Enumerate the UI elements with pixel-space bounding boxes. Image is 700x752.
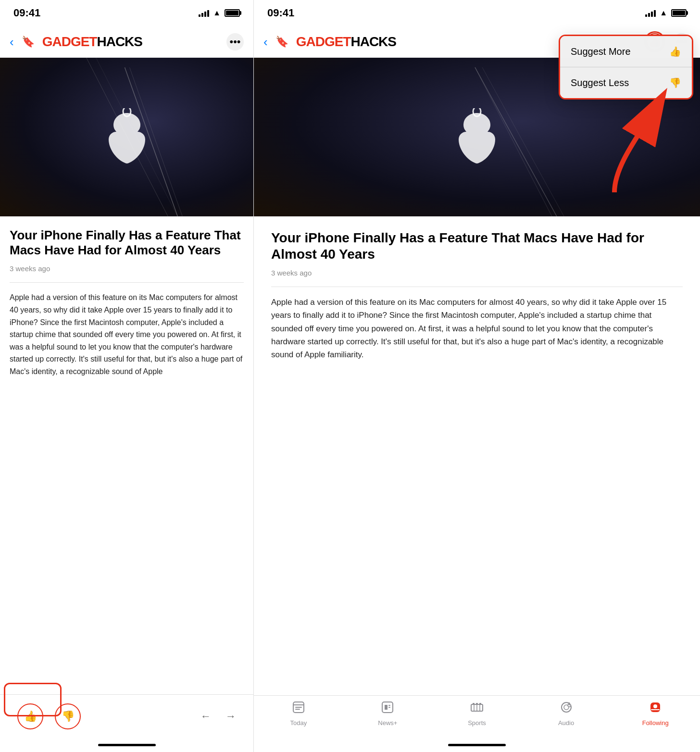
tab-audio[interactable]: Audio (522, 701, 611, 727)
back-button-left[interactable]: ‹ (10, 35, 14, 50)
apple-logo-left (103, 108, 151, 166)
bookmark-button-right[interactable]: 🔖 (275, 36, 288, 48)
article-date-left: 3 weeks ago (10, 264, 244, 273)
tab-today[interactable]: Today (254, 701, 343, 727)
svg-rect-23 (479, 703, 481, 705)
svg-rect-21 (473, 703, 475, 705)
suggest-more-label: Suggest More (571, 46, 631, 57)
svg-rect-11 (293, 704, 304, 705)
signal-icon (199, 9, 209, 17)
svg-point-28 (653, 704, 657, 708)
logo-hacks-right: HACKS (350, 34, 396, 50)
logo-left: GADGETHACKS (42, 34, 226, 50)
tab-sports-icon (470, 701, 484, 717)
thumbdown-button[interactable]: 👎 (55, 703, 81, 729)
thumb-buttons: 👍 👎 (17, 703, 81, 729)
thumbup-icon: 👍 (24, 710, 37, 723)
svg-rect-13 (295, 709, 300, 710)
thumbup-button[interactable]: 👍 (17, 703, 43, 729)
signal-icon-right (645, 9, 656, 17)
tab-newsplus-label: News+ (378, 719, 397, 727)
home-indicator-left (0, 738, 253, 752)
status-icons-left: ▲ (199, 9, 240, 17)
time-left: 09:41 (13, 7, 40, 19)
forward-arrow-button[interactable]: → (225, 710, 236, 723)
tab-newsplus[interactable]: News+ (343, 701, 433, 727)
tab-following-label: Following (642, 719, 669, 727)
tab-following-icon (649, 701, 662, 717)
article-content-right: Your iPhone Finally Has a Feature That M… (254, 216, 700, 695)
article-body-right: Apple had a version of this feature on i… (271, 296, 683, 361)
status-icons-right: ▲ (645, 9, 687, 17)
apple-svg-left (103, 108, 151, 166)
tab-audio-label: Audio (558, 719, 574, 727)
suggest-less-label: Suggest Less (571, 77, 629, 88)
tab-bar-right: Today News+ (254, 695, 700, 738)
tab-audio-icon (560, 701, 573, 717)
svg-rect-29 (651, 709, 660, 710)
svg-rect-22 (476, 703, 478, 705)
nav-arrows: ← → (200, 710, 236, 723)
suggest-more-icon: 👍 (669, 46, 681, 57)
article-date-right: 3 weeks ago (271, 269, 683, 277)
article-body-left: Apple had a version of this feature on i… (10, 291, 244, 377)
logo-gadget-right: GADGET (296, 34, 351, 50)
wifi-icon: ▲ (213, 9, 221, 17)
logo-hacks-left: HACKS (97, 34, 142, 50)
home-indicator-right (254, 738, 700, 752)
right-phone: 09:41 ▲ ‹ 🔖 GADGETHACKS 👍 (254, 0, 700, 752)
article-content-left: Your iPhone Finally Has a Feature That M… (0, 216, 253, 694)
back-button-right[interactable]: ‹ (263, 35, 268, 50)
svg-rect-16 (388, 707, 390, 708)
bookmark-button-left[interactable]: 🔖 (22, 36, 35, 48)
svg-rect-12 (295, 707, 302, 708)
logo-gadget-left: GADGET (42, 34, 97, 50)
tab-sports[interactable]: Sports (432, 701, 522, 727)
more-icon-left: ••• (229, 36, 240, 48)
article-divider-left (10, 282, 244, 283)
tab-newsplus-icon (381, 701, 394, 717)
battery-icon-right (671, 9, 687, 17)
article-title-left: Your iPhone Finally Has a Feature That M… (10, 228, 244, 258)
status-bar-left: 09:41 ▲ (0, 0, 253, 26)
bottom-bar-left: 👍 👎 ← → (0, 694, 253, 738)
article-divider-right (271, 287, 683, 287)
tab-following[interactable]: Following (611, 701, 700, 727)
tab-sports-label: Sports (468, 719, 486, 727)
hero-image-left (0, 58, 253, 216)
apple-logo-right (453, 108, 501, 166)
time-right: 09:41 (267, 7, 294, 19)
apple-svg-right (453, 108, 501, 166)
svg-rect-15 (388, 705, 390, 706)
wifi-icon-right: ▲ (660, 9, 667, 17)
nav-bar-left: ‹ 🔖 GADGETHACKS ••• (0, 26, 253, 58)
tab-today-icon (292, 701, 305, 717)
suggest-less-item[interactable]: Suggest Less 👎 (560, 67, 692, 98)
left-phone: 09:41 ▲ ‹ 🔖 GADGETHACKS ••• (0, 0, 254, 752)
suggest-more-item[interactable]: Suggest More 👍 (560, 36, 692, 67)
battery-icon (225, 9, 240, 17)
thumbdown-icon: 👎 (62, 710, 75, 723)
status-bar-right: 09:41 ▲ (254, 0, 700, 26)
tab-today-label: Today (290, 719, 307, 727)
more-button-left[interactable]: ••• (226, 33, 244, 50)
article-title-right: Your iPhone Finally Has a Feature That M… (271, 230, 683, 262)
dropdown-menu: Suggest More 👍 Suggest Less 👎 (559, 35, 693, 100)
suggest-less-icon: 👎 (669, 77, 681, 88)
back-arrow-button[interactable]: ← (200, 710, 211, 723)
